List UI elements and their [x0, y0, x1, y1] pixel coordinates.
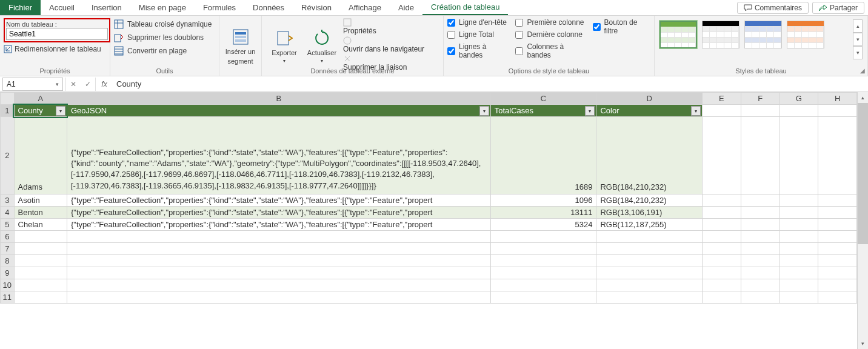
- accept-formula-button[interactable]: ✓: [81, 78, 95, 91]
- table-style-green[interactable]: [659, 21, 697, 48]
- column-header-G[interactable]: G: [780, 93, 818, 105]
- cell-D4[interactable]: RGB(13,106,191): [596, 206, 703, 218]
- cell-A4[interactable]: Benton: [14, 206, 67, 218]
- row-header-2[interactable]: 2: [1, 117, 15, 194]
- refresh-icon: [313, 30, 330, 47]
- share-button[interactable]: Partager: [812, 2, 864, 14]
- cell-D5[interactable]: RGB(112,187,255): [596, 218, 703, 230]
- file-tab[interactable]: Fichier: [0, 0, 41, 15]
- row-header-4[interactable]: 4: [1, 206, 15, 218]
- total-row-checkbox[interactable]: Ligne Total: [447, 30, 509, 39]
- column-header-E[interactable]: E: [703, 93, 741, 105]
- row-header-3[interactable]: 3: [1, 194, 15, 206]
- banded-columns-checkbox[interactable]: Colonnes à bandes: [515, 42, 586, 59]
- group-label-external: Données de tableau externe: [262, 67, 443, 75]
- column-header-C[interactable]: C: [490, 93, 596, 105]
- row-header-9[interactable]: 9: [1, 267, 15, 279]
- row-header-8[interactable]: 8: [1, 254, 15, 267]
- column-header-D[interactable]: D: [596, 93, 703, 105]
- last-column-checkbox[interactable]: Dernière colonne: [515, 30, 586, 39]
- ribbon-group-properties: Nom du tableau : Redimensionner le table…: [0, 16, 110, 76]
- filter-button-totalcases[interactable]: ▾: [585, 106, 595, 116]
- tab-affichage[interactable]: Affichage: [340, 0, 390, 15]
- column-header-F[interactable]: F: [741, 93, 780, 105]
- column-header-H[interactable]: H: [818, 93, 857, 105]
- gallery-scroll-down[interactable]: ▾: [853, 33, 863, 46]
- table-styles-gallery[interactable]: [658, 18, 826, 75]
- cell-A2[interactable]: Adams: [14, 117, 67, 194]
- cancel-formula-button[interactable]: ✕: [66, 78, 81, 91]
- select-all-corner[interactable]: [1, 93, 15, 105]
- scroll-up-button[interactable]: ▴: [858, 92, 868, 103]
- banded-rows-checkbox[interactable]: Lignes à bandes: [447, 42, 509, 59]
- export-icon: [276, 30, 293, 47]
- table-header-county[interactable]: County▾: [14, 105, 67, 117]
- formula-input[interactable]: County: [113, 78, 868, 90]
- comment-icon: [744, 4, 752, 12]
- table-style-blue[interactable]: [744, 21, 782, 48]
- insert-slicer-button[interactable]: Insérer un segment: [223, 18, 258, 75]
- cell-C2[interactable]: 1689: [490, 117, 596, 194]
- pivot-table-button[interactable]: Tableau croisé dynamique: [114, 18, 215, 30]
- gallery-scroll-up[interactable]: ▴: [853, 19, 863, 33]
- styles-dialog-launcher[interactable]: ◢: [860, 67, 865, 74]
- spreadsheet-grid[interactable]: ABCDEFGH1County▾GeoJSON▾TotalCases▾Color…: [0, 92, 857, 349]
- refresh-button[interactable]: Actualiser▾: [303, 18, 341, 75]
- cell-C4[interactable]: 13111: [490, 206, 596, 218]
- row-header-5[interactable]: 5: [1, 218, 15, 230]
- tab-miseenpage[interactable]: Mise en page: [130, 0, 195, 15]
- cell-C3[interactable]: 1096: [490, 194, 596, 206]
- gallery-expand[interactable]: ▾: [853, 46, 863, 59]
- row-header-6[interactable]: 6: [1, 230, 15, 242]
- column-header-A[interactable]: A: [14, 93, 67, 105]
- open-in-browser-button: Ouvrir dans le navigateur: [343, 36, 424, 53]
- filter-button-county[interactable]: ▾: [56, 106, 65, 116]
- filter-button-geojson[interactable]: ▾: [479, 106, 489, 116]
- ribbon-group-slicer: Insérer un segment: [219, 16, 262, 76]
- fx-icon[interactable]: fx: [96, 80, 113, 88]
- table-header-totalcases[interactable]: TotalCases▾: [490, 105, 596, 117]
- tab-aide[interactable]: Aide: [390, 0, 422, 15]
- cell-D3[interactable]: RGB(184,210,232): [596, 194, 703, 206]
- export-button[interactable]: Exporter▾: [265, 18, 303, 75]
- name-box[interactable]: A1▾: [2, 78, 63, 91]
- cell-B4[interactable]: {"type":"FeatureCollection","properties"…: [67, 206, 490, 218]
- tab-insertion[interactable]: Insertion: [83, 0, 130, 15]
- vertical-scrollbar[interactable]: ▴ ▾: [857, 92, 868, 349]
- tab-table-design[interactable]: Création de tableau: [422, 0, 508, 15]
- scroll-down-button[interactable]: ▾: [858, 338, 868, 349]
- comments-button[interactable]: Commentaires: [737, 2, 809, 14]
- table-style-black[interactable]: [702, 21, 739, 48]
- row-header-1[interactable]: 1: [1, 105, 15, 117]
- cell-A3[interactable]: Asotin: [14, 194, 67, 206]
- tab-accueil[interactable]: Accueil: [41, 0, 83, 15]
- first-column-checkbox[interactable]: Première colonne: [515, 18, 586, 27]
- row-header-11[interactable]: 11: [1, 291, 15, 303]
- table-header-color[interactable]: Color▾: [596, 105, 703, 117]
- cell-B2[interactable]: {"type":"FeatureCollection","properties"…: [67, 117, 490, 194]
- tab-formules[interactable]: Formules: [195, 0, 244, 15]
- resize-table-button[interactable]: Redimensionner le tableau: [4, 45, 106, 53]
- remove-duplicates-button[interactable]: Supprimer les doublons: [114, 32, 215, 44]
- convert-icon: [114, 46, 124, 56]
- cell-B5[interactable]: {"type":"FeatureCollection","properties"…: [67, 218, 490, 230]
- filter-button-color[interactable]: ▾: [691, 106, 701, 116]
- cell-C5[interactable]: 5324: [490, 218, 596, 230]
- tab-donnees[interactable]: Données: [244, 0, 293, 15]
- group-label-styles: Styles de tableau: [655, 67, 867, 75]
- table-header-geojson[interactable]: GeoJSON▾: [67, 105, 490, 117]
- row-header-10[interactable]: 10: [1, 279, 15, 291]
- ribbon-group-external-data: Exporter▾ Actualiser▾ Propriétés Ouvrir …: [262, 16, 444, 76]
- cell-D2[interactable]: RGB(184,210,232): [596, 117, 703, 194]
- table-name-input[interactable]: [6, 28, 108, 40]
- filter-button-checkbox[interactable]: Bouton de filtre: [593, 18, 650, 35]
- tab-revision[interactable]: Révision: [293, 0, 340, 15]
- svg-rect-1: [115, 20, 123, 28]
- convert-to-range-button[interactable]: Convertir en plage: [114, 45, 215, 57]
- header-row-checkbox[interactable]: Ligne d'en-tête: [447, 18, 509, 27]
- table-style-orange[interactable]: [787, 21, 824, 48]
- cell-B3[interactable]: {"type":"FeatureCollection","properties"…: [67, 194, 490, 206]
- row-header-7[interactable]: 7: [1, 242, 15, 254]
- cell-A5[interactable]: Chelan: [14, 218, 67, 230]
- column-header-B[interactable]: B: [67, 93, 490, 105]
